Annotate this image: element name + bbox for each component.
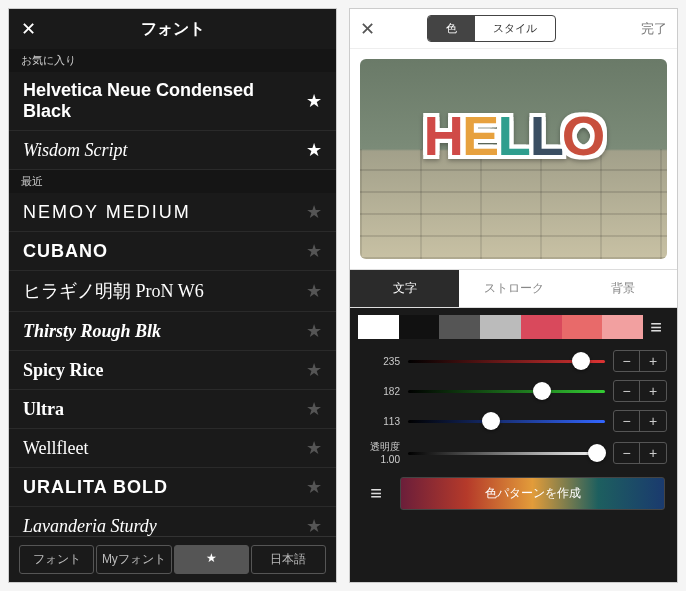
slider-track[interactable]: [408, 381, 605, 401]
color-panel: ✕ 色スタイル 完了 HELLO 文字ストローク背景 ≡ 235−+182−+1…: [349, 8, 678, 583]
star-icon[interactable]: ★: [306, 240, 322, 262]
slider-track[interactable]: [408, 411, 605, 431]
editor-footer: ≡ 色パターンを作成: [350, 469, 677, 518]
font-row[interactable]: ヒラギノ明朝 ProN W6★: [9, 271, 336, 312]
slider-thumb[interactable]: [482, 412, 500, 430]
font-name: Wellfleet: [23, 438, 89, 459]
star-icon[interactable]: ★: [306, 201, 322, 223]
color-editor: ≡ 235−+182−+113−+透明度 1.00−+ ≡ 色パターンを作成: [350, 308, 677, 582]
stepper: −+: [613, 410, 667, 432]
more-swatches-icon[interactable]: ≡: [643, 316, 669, 339]
create-pattern-button[interactable]: 色パターンを作成: [400, 477, 665, 510]
attribute-tab[interactable]: 背景: [568, 270, 677, 307]
slider-track[interactable]: [408, 351, 605, 371]
font-row[interactable]: Wisdom Script★: [9, 131, 336, 170]
minus-button[interactable]: −: [614, 351, 640, 371]
font-name: NEMOY MEDIUM: [23, 202, 191, 223]
font-row[interactable]: NEMOY MEDIUM★: [9, 193, 336, 232]
minus-button[interactable]: −: [614, 411, 640, 431]
color-swatch[interactable]: [602, 315, 643, 339]
color-swatch[interactable]: [439, 315, 480, 339]
font-name: Spicy Rice: [23, 360, 104, 381]
menu-icon[interactable]: ≡: [362, 482, 390, 505]
stepper: −+: [613, 350, 667, 372]
attribute-tabs: 文字ストローク背景: [350, 269, 677, 308]
font-header: ✕ フォント: [9, 9, 336, 49]
font-row[interactable]: URALITA BOLD★: [9, 468, 336, 507]
font-row[interactable]: CUBANO★: [9, 232, 336, 271]
stepper: −+: [613, 380, 667, 402]
bottom-tab[interactable]: フォント: [19, 545, 94, 574]
close-icon[interactable]: ✕: [21, 18, 45, 40]
star-icon[interactable]: ★: [306, 139, 322, 161]
slider-label: 透明度 1.00: [360, 440, 400, 465]
star-icon[interactable]: ★: [306, 359, 322, 381]
slider-thumb[interactable]: [533, 382, 551, 400]
star-icon[interactable]: ★: [306, 437, 322, 459]
color-swatch[interactable]: [480, 315, 521, 339]
preview-text: HELLO: [424, 103, 604, 168]
font-name: Ultra: [23, 399, 64, 420]
font-title: フォント: [45, 19, 300, 40]
font-row[interactable]: Wellfleet★: [9, 429, 336, 468]
font-row[interactable]: Helvetica Neue Condensed Black★: [9, 72, 336, 131]
font-panel: ✕ フォント お気に入り Helvetica Neue Condensed Bl…: [8, 8, 337, 583]
plus-button[interactable]: +: [640, 411, 666, 431]
preview-image: HELLO: [360, 59, 667, 259]
slider-row: 182−+: [350, 376, 677, 406]
star-icon[interactable]: ★: [306, 398, 322, 420]
bottom-tab[interactable]: 日本語: [251, 545, 326, 574]
slider-row: 透明度 1.00−+: [350, 436, 677, 469]
color-swatch[interactable]: [562, 315, 603, 339]
star-icon[interactable]: ★: [306, 280, 322, 302]
section-favorites: お気に入り: [9, 49, 336, 72]
slider-thumb[interactable]: [572, 352, 590, 370]
plus-button[interactable]: +: [640, 381, 666, 401]
bottom-tab[interactable]: Myフォント: [96, 545, 171, 574]
stepper: −+: [613, 442, 667, 464]
bottom-tab[interactable]: ★: [174, 545, 249, 574]
slider-label: 182: [360, 386, 400, 397]
attribute-tab[interactable]: ストローク: [459, 270, 568, 307]
attribute-tab[interactable]: 文字: [350, 270, 459, 307]
font-row[interactable]: Ultra★: [9, 390, 336, 429]
star-icon[interactable]: ★: [306, 320, 322, 342]
color-swatch[interactable]: [521, 315, 562, 339]
font-name: Wisdom Script: [23, 140, 128, 161]
slider-label: 235: [360, 356, 400, 367]
font-bottom-tabs: フォントMyフォント★日本語: [9, 536, 336, 582]
font-name: CUBANO: [23, 241, 108, 262]
slider-row: 235−+: [350, 346, 677, 376]
plus-button[interactable]: +: [640, 443, 666, 463]
color-swatch[interactable]: [399, 315, 440, 339]
slider-thumb[interactable]: [588, 444, 606, 462]
section-recent: 最近: [9, 170, 336, 193]
font-name: ヒラギノ明朝 ProN W6: [23, 279, 204, 303]
font-name: Lavanderia Sturdy: [23, 516, 157, 537]
star-icon[interactable]: ★: [306, 90, 322, 112]
segment-tab[interactable]: スタイル: [475, 16, 555, 41]
slider-track[interactable]: [408, 443, 605, 463]
font-name: URALITA BOLD: [23, 477, 168, 498]
color-swatch[interactable]: [358, 315, 399, 339]
font-list: お気に入り Helvetica Neue Condensed Black★Wis…: [9, 49, 336, 536]
color-header: ✕ 色スタイル 完了: [350, 9, 677, 49]
star-icon[interactable]: ★: [306, 515, 322, 536]
segment-control: 色スタイル: [427, 15, 556, 42]
star-icon[interactable]: ★: [306, 476, 322, 498]
plus-button[interactable]: +: [640, 351, 666, 371]
font-row[interactable]: Thirsty Rough Blk★: [9, 312, 336, 351]
slider-row: 113−+: [350, 406, 677, 436]
font-name: Helvetica Neue Condensed Black: [23, 80, 306, 122]
minus-button[interactable]: −: [614, 381, 640, 401]
close-icon[interactable]: ✕: [360, 18, 384, 40]
font-row[interactable]: Lavanderia Sturdy★: [9, 507, 336, 536]
minus-button[interactable]: −: [614, 443, 640, 463]
font-row[interactable]: Spicy Rice★: [9, 351, 336, 390]
font-name: Thirsty Rough Blk: [23, 321, 161, 342]
color-swatches: ≡: [358, 312, 669, 342]
done-button[interactable]: 完了: [641, 20, 667, 38]
slider-label: 113: [360, 416, 400, 427]
segment-tab[interactable]: 色: [428, 16, 475, 41]
